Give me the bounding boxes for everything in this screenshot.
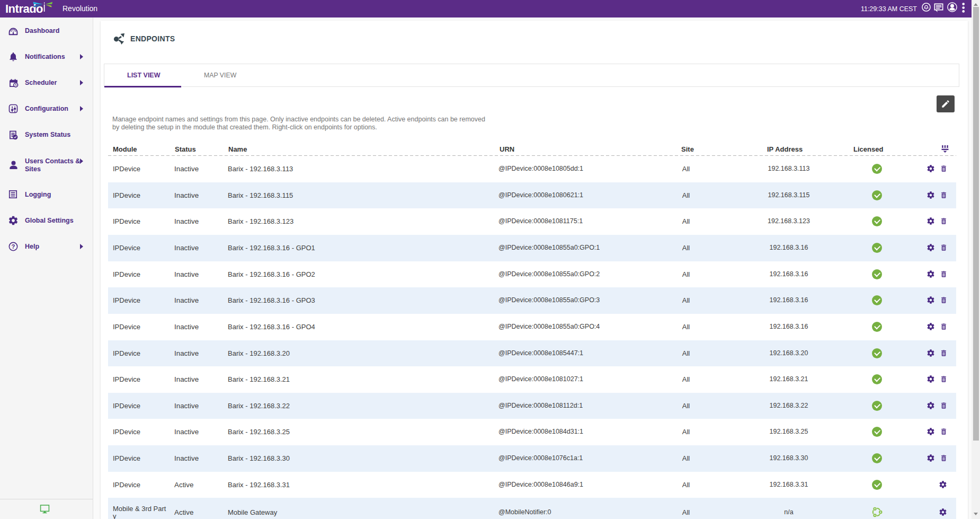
svg-text:?: ?: [12, 243, 15, 250]
